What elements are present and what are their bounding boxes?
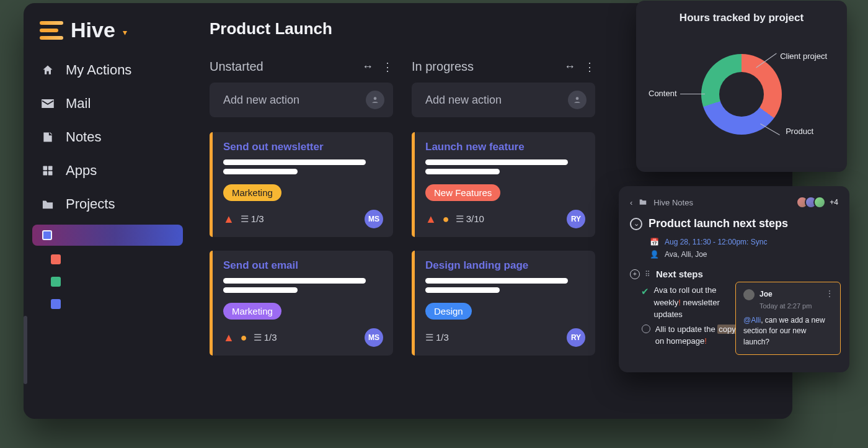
assignee-avatar[interactable]: MS <box>365 328 383 347</box>
assign-person-icon[interactable] <box>366 91 384 109</box>
apps-icon <box>40 164 56 177</box>
alert-icon: ▲ <box>223 331 234 344</box>
nav-mail[interactable]: Mail <box>24 87 191 120</box>
text-placeholder <box>223 287 298 293</box>
text-placeholder <box>425 159 568 165</box>
extra-collaborators[interactable]: +4 <box>830 198 838 207</box>
card-title: Launch new feature <box>425 141 585 153</box>
folder-icon <box>639 198 647 207</box>
leader-line <box>760 123 780 135</box>
add-action-input[interactable]: Add new action <box>412 83 595 117</box>
comment-menu-icon[interactable]: ⋮ <box>825 287 834 300</box>
sidebar-scrollbar[interactable] <box>24 316 27 384</box>
add-action-input[interactable]: Add new action <box>210 83 393 117</box>
project-color-icon <box>51 254 61 264</box>
section-title: Next steps <box>656 269 703 279</box>
note-people: Ava, Alli, Joe <box>665 250 707 259</box>
check-open-icon[interactable] <box>642 325 650 333</box>
project-list <box>24 221 191 315</box>
chart-title: Hours tracked by project <box>645 12 838 24</box>
folder-icon <box>40 197 56 211</box>
project-item-active[interactable] <box>32 225 183 246</box>
donut-chart <box>701 54 782 135</box>
project-item[interactable] <box>32 271 182 293</box>
comment-icon[interactable]: ● <box>241 331 247 344</box>
card-tag[interactable]: New Features <box>425 184 500 201</box>
mail-icon <box>40 97 56 110</box>
nav-projects[interactable]: Projects <box>24 187 191 221</box>
workspace-switcher[interactable]: Hive ▾ <box>24 18 191 53</box>
nav-label: Mail <box>66 96 91 112</box>
note-icon <box>40 130 56 144</box>
assign-person-icon[interactable] <box>568 91 587 109</box>
checklist-count: 1/3 <box>241 213 264 225</box>
task-row[interactable]: Alli to update the copy on homepage! <box>630 323 740 347</box>
legend-content: Content <box>649 89 677 98</box>
project-item[interactable] <box>32 293 182 315</box>
alert-icon: ▲ <box>223 213 234 226</box>
card-title: Design landing page <box>425 259 585 272</box>
mention[interactable]: @Alli <box>743 316 761 325</box>
card[interactable]: Design landing page Design 1/3 RY <box>412 251 595 356</box>
comment-popup: ⋮ Joe Today at 2:27 pm @Alli, can we add… <box>735 282 841 355</box>
note-meeting-time[interactable]: Aug 28, 11:30 - 12:00pm: Sync <box>665 238 767 246</box>
assignee-avatar[interactable]: RY <box>567 328 585 347</box>
nav-my-actions[interactable]: My Actions <box>24 53 191 87</box>
column-title: Unstarted <box>210 60 264 74</box>
comment-icon[interactable]: ● <box>443 213 450 226</box>
svg-rect-2 <box>48 166 53 171</box>
calendar-icon: 📅 <box>650 238 658 246</box>
brand-name: Hive <box>71 18 115 42</box>
drag-handle-icon[interactable]: ⠿ <box>645 270 651 279</box>
column-expand-icon[interactable]: ↔ <box>564 60 575 74</box>
card[interactable]: Send out email Marketing ▲ ● 1/3 MS <box>210 251 393 356</box>
add-action-placeholder: Add new action <box>223 94 299 107</box>
back-icon[interactable]: ‹ <box>630 198 632 207</box>
assignee-avatar[interactable]: RY <box>567 210 585 228</box>
card[interactable]: Launch new feature New Features ▲ ● 3/10… <box>412 132 595 237</box>
comment-body: @Alli, can we add a new section for our … <box>743 315 833 347</box>
svg-rect-3 <box>43 171 48 176</box>
card-tag[interactable]: Marketing <box>223 303 281 320</box>
task-text: Alli to update the copy on homepage! <box>655 323 740 347</box>
alert-icon: ▲ <box>425 213 436 226</box>
column-menu-icon[interactable]: ⋮ <box>382 60 393 74</box>
card-title: Send out newsletter <box>223 141 383 153</box>
checklist-count: 3/10 <box>456 213 484 225</box>
note-title: Product launch next steps <box>649 217 788 230</box>
check-done-icon[interactable]: ✔ <box>641 285 649 299</box>
avatar <box>743 289 755 300</box>
sidebar: Hive ▾ My Actions Mail Notes Apps <box>24 3 191 419</box>
svg-rect-4 <box>48 171 53 176</box>
add-action-placeholder: Add new action <box>425 94 502 107</box>
nav-label: Notes <box>66 129 101 145</box>
breadcrumb[interactable]: Hive Notes <box>653 198 693 207</box>
card-title: Send out email <box>223 259 383 272</box>
comment-time: Today at 2:27 pm <box>760 302 833 311</box>
svg-rect-1 <box>43 166 48 171</box>
chevron-down-icon: ▾ <box>123 27 127 37</box>
collaborator-avatars[interactable] <box>800 196 826 208</box>
nav-notes[interactable]: Notes <box>24 120 191 154</box>
assignee-avatar[interactable]: MS <box>365 210 383 228</box>
avatar <box>813 196 826 208</box>
column-menu-icon[interactable]: ⋮ <box>584 60 595 74</box>
hive-logo-icon <box>40 21 63 40</box>
collapse-icon[interactable]: ⌄ <box>630 218 642 230</box>
legend-client: Client project <box>780 52 827 61</box>
column-expand-icon[interactable]: ↔ <box>362 60 373 74</box>
svg-point-5 <box>374 97 377 100</box>
task-row[interactable]: ✔ Ava to roll out the weekly! newsletter… <box>630 284 740 321</box>
add-item-icon[interactable]: + <box>630 269 640 279</box>
project-color-icon <box>51 277 61 287</box>
project-item[interactable] <box>32 248 182 271</box>
card-tag[interactable]: Marketing <box>223 184 281 201</box>
column-unstarted: Unstarted ↔ ⋮ Add new action Send out ne… <box>210 60 393 369</box>
nav-apps[interactable]: Apps <box>24 154 191 187</box>
text-placeholder <box>223 169 298 174</box>
text-placeholder <box>425 278 568 284</box>
text-placeholder <box>223 278 366 284</box>
card[interactable]: Send out newsletter Marketing ▲ 1/3 MS <box>210 132 393 237</box>
people-icon: 👤 <box>650 250 658 259</box>
card-tag[interactable]: Design <box>425 303 472 320</box>
